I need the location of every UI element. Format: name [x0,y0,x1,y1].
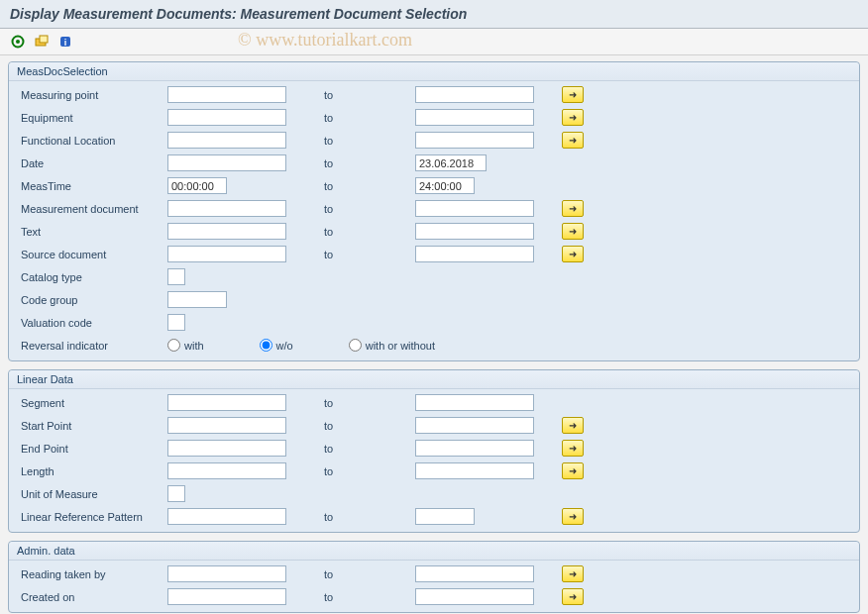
created-on-from[interactable] [167,588,286,605]
arrow-right-icon: ➜ [569,591,577,602]
arrow-right-icon: ➜ [569,568,577,579]
execute-button[interactable] [8,33,28,51]
label-catalog-type: Catalog type [9,271,167,283]
execute-icon [11,35,25,49]
catalog-type-input[interactable] [167,268,185,285]
group-linear-data: Linear Data Segment to Start Point to ➜ … [8,369,860,533]
multiple-selection-button[interactable]: ➜ [562,462,584,479]
arrow-right-icon: ➜ [569,511,577,522]
measuring-point-to[interactable] [415,86,534,103]
row-date: Date to [9,152,859,174]
meas-time-from[interactable] [167,177,227,194]
code-group-input[interactable] [167,291,227,308]
row-linear-reference-pattern: Linear Reference Pattern to ➜ [9,505,859,528]
group-meas-doc-selection: MeasDocSelection Measuring point to ➜ Eq… [8,61,860,361]
label-segment: Segment [9,397,167,409]
arrow-right-icon: ➜ [569,443,577,454]
func-loc-to[interactable] [415,132,534,149]
uom-input[interactable] [167,485,185,502]
multiple-selection-button[interactable]: ➜ [562,200,584,217]
radio-both[interactable]: with or without [349,339,435,352]
reading-taken-by-to[interactable] [415,565,534,582]
reading-taken-by-from[interactable] [167,565,286,582]
segment-to[interactable] [415,394,534,411]
row-equipment: Equipment to ➜ [9,106,859,129]
text-from[interactable] [167,223,286,240]
arrow-right-icon: ➜ [569,203,577,214]
radio-both-input[interactable] [349,339,362,352]
info-button[interactable]: i [55,33,75,51]
created-on-to[interactable] [415,588,534,605]
multiple-selection-button[interactable]: ➜ [562,132,584,149]
radio-with-input[interactable] [167,339,180,352]
row-meas-doc: Measurement document to ➜ [9,197,859,220]
multiple-selection-button[interactable]: ➜ [562,508,584,525]
segment-from[interactable] [167,394,286,411]
lrp-to[interactable] [415,508,475,525]
row-valuation-code: Valuation code [9,311,859,334]
func-loc-from[interactable] [167,132,286,149]
source-doc-from[interactable] [167,246,286,262]
start-point-from[interactable] [167,417,286,434]
arrow-right-icon: ➜ [569,89,577,100]
meas-doc-to[interactable] [415,200,534,217]
arrow-right-icon: ➜ [569,226,577,237]
row-segment: Segment to [9,391,859,414]
label-func-loc: Functional Location [9,135,167,147]
info-icon: i [58,35,72,49]
end-point-from[interactable] [167,440,286,457]
row-reading-taken-by: Reading taken by to ➜ [9,563,859,585]
label-lrp: Linear Reference Pattern [9,511,167,523]
equipment-to[interactable] [415,109,534,126]
multiple-selection-button[interactable]: ➜ [562,588,584,605]
multiple-selection-button[interactable]: ➜ [562,417,584,434]
meas-time-to[interactable] [415,177,475,194]
row-code-group: Code group [9,288,859,311]
multiple-selection-button[interactable]: ➜ [562,565,584,582]
page-title: Display Measurement Documents: Measureme… [10,6,467,22]
multiple-selection-button[interactable]: ➜ [562,223,584,240]
svg-point-1 [16,40,20,44]
row-length: Length to ➜ [9,460,859,482]
length-to[interactable] [415,462,534,479]
title-bar: Display Measurement Documents: Measureme… [0,0,868,29]
label-created-on: Created on [9,591,167,603]
length-from[interactable] [167,462,286,479]
date-to[interactable] [415,154,487,171]
multiple-selection-button[interactable]: ➜ [562,246,584,262]
label-text: Text [9,226,167,238]
multiple-selection-button[interactable]: ➜ [562,440,584,457]
to-label: to [296,89,415,101]
meas-doc-from[interactable] [167,200,286,217]
label-valuation-code: Valuation code [9,317,167,329]
svg-text:i: i [64,38,67,48]
valuation-code-input[interactable] [167,314,185,331]
radio-wo-input[interactable] [260,339,272,352]
start-point-to[interactable] [415,417,534,434]
radio-with[interactable]: with [167,339,204,352]
label-reversal: Reversal indicator [9,340,167,352]
measuring-point-from[interactable] [167,86,286,103]
lrp-from[interactable] [167,508,286,525]
radio-wo[interactable]: w/o [260,339,293,352]
end-point-to[interactable] [415,440,534,457]
row-unit-of-measure: Unit of Measure [9,482,859,505]
row-start-point: Start Point to ➜ [9,414,859,437]
source-doc-to[interactable] [415,246,534,262]
multiple-selection-button[interactable]: ➜ [562,109,584,126]
label-uom: Unit of Measure [9,488,167,500]
group-title: Linear Data [9,370,859,389]
row-text: Text to ➜ [9,220,859,243]
multiple-selection-button[interactable]: ➜ [562,86,584,103]
equipment-from[interactable] [167,109,286,126]
get-variant-button[interactable] [32,33,52,51]
arrow-right-icon: ➜ [569,465,577,476]
row-reversal-indicator: Reversal indicator with w/o with or with… [9,334,859,357]
text-to[interactable] [415,223,534,240]
date-from[interactable] [167,154,286,171]
folder-icon [35,35,49,49]
label-equipment: Equipment [9,112,167,124]
arrow-right-icon: ➜ [569,249,577,259]
row-functional-location: Functional Location to ➜ [9,129,859,152]
row-meas-time: MeasTime to [9,174,859,197]
